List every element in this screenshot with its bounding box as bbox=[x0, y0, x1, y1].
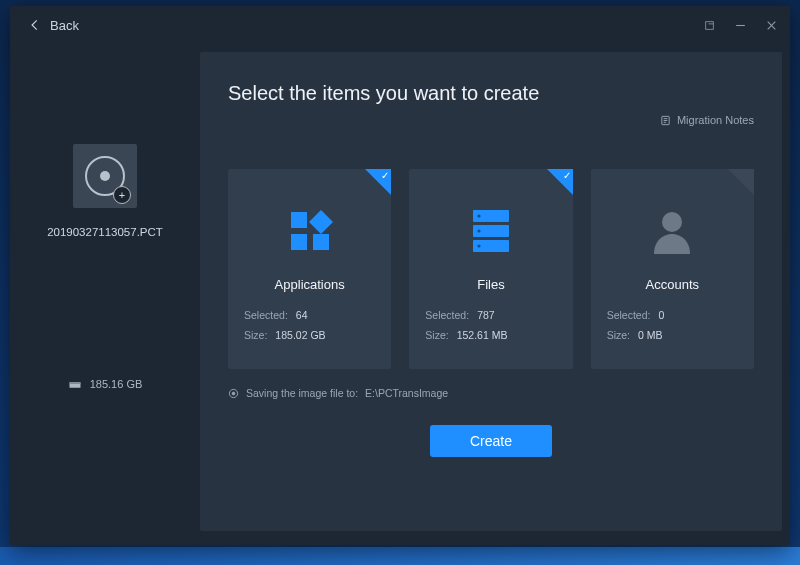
card-files[interactable]: Files Selected 787 Size 152.61 MB bbox=[409, 169, 572, 369]
save-target-icon bbox=[228, 388, 239, 399]
disk-capacity-value: 185.16 GB bbox=[90, 378, 143, 390]
applications-icon bbox=[244, 195, 375, 267]
check-corner-icon bbox=[365, 169, 391, 195]
migration-notes-link[interactable]: Migration Notes bbox=[660, 114, 754, 126]
back-button[interactable]: Back bbox=[28, 18, 79, 33]
save-path-prefix: Saving the image file to: bbox=[246, 387, 358, 399]
plus-badge-icon: + bbox=[113, 186, 131, 204]
migration-notes-label: Migration Notes bbox=[677, 114, 754, 126]
selected-value: 64 bbox=[296, 306, 308, 326]
size-label: Size bbox=[244, 326, 267, 346]
svg-point-24 bbox=[232, 392, 235, 395]
svg-rect-14 bbox=[313, 234, 329, 250]
card-title: Accounts bbox=[607, 277, 738, 292]
window-close-icon[interactable] bbox=[765, 19, 778, 32]
svg-point-22 bbox=[662, 212, 682, 232]
titlebar: Back bbox=[10, 6, 790, 44]
svg-point-21 bbox=[477, 244, 480, 247]
selected-value: 787 bbox=[477, 306, 495, 326]
window-controls bbox=[703, 19, 778, 32]
svg-rect-0 bbox=[706, 21, 714, 29]
window-restore-icon[interactable] bbox=[703, 19, 716, 32]
accounts-icon bbox=[607, 195, 738, 267]
card-accounts[interactable]: Accounts Selected 0 Size 0 MB bbox=[591, 169, 754, 369]
check-corner-icon bbox=[547, 169, 573, 195]
save-path-value: E:\PCTransImage bbox=[365, 387, 448, 399]
size-value: 185.02 GB bbox=[275, 326, 325, 346]
hdd-icon bbox=[68, 379, 82, 390]
svg-rect-7 bbox=[69, 382, 80, 384]
svg-point-20 bbox=[477, 229, 480, 232]
disk-image-tile[interactable]: + bbox=[73, 144, 137, 208]
svg-point-19 bbox=[477, 214, 480, 217]
sidebar: + 20190327113057.PCT 185.16 GB bbox=[10, 44, 200, 545]
selected-label: Selected bbox=[425, 306, 469, 326]
selected-value: 0 bbox=[658, 306, 664, 326]
create-button[interactable]: Create bbox=[430, 425, 552, 457]
selected-label: Selected bbox=[244, 306, 288, 326]
window-minimize-icon[interactable] bbox=[734, 19, 747, 32]
arrow-left-icon bbox=[28, 18, 42, 32]
card-title: Applications bbox=[244, 277, 375, 292]
selected-label: Selected bbox=[607, 306, 651, 326]
disk-capacity: 185.16 GB bbox=[68, 378, 143, 390]
page-title: Select the items you want to create bbox=[228, 82, 754, 105]
svg-rect-12 bbox=[291, 212, 307, 228]
save-path-line: Saving the image file to: E:\PCTransImag… bbox=[228, 387, 754, 399]
size-label: Size bbox=[425, 326, 448, 346]
files-icon bbox=[425, 195, 556, 267]
card-title: Files bbox=[425, 277, 556, 292]
app-window: Back + 20190327113057.PCT bbox=[10, 6, 790, 545]
check-corner-icon bbox=[728, 169, 754, 195]
main-panel: Select the items you want to create Migr… bbox=[200, 52, 782, 531]
size-label: Size bbox=[607, 326, 630, 346]
svg-point-5 bbox=[100, 171, 110, 181]
back-label: Back bbox=[50, 18, 79, 33]
cards-row: Applications Selected 64 Size 185.02 GB bbox=[228, 169, 754, 369]
image-filename: 20190327113057.PCT bbox=[47, 226, 163, 238]
size-value: 0 MB bbox=[638, 326, 663, 346]
card-applications[interactable]: Applications Selected 64 Size 185.02 GB bbox=[228, 169, 391, 369]
notes-icon bbox=[660, 115, 671, 126]
size-value: 152.61 MB bbox=[457, 326, 508, 346]
svg-marker-15 bbox=[309, 210, 333, 234]
svg-rect-13 bbox=[291, 234, 307, 250]
